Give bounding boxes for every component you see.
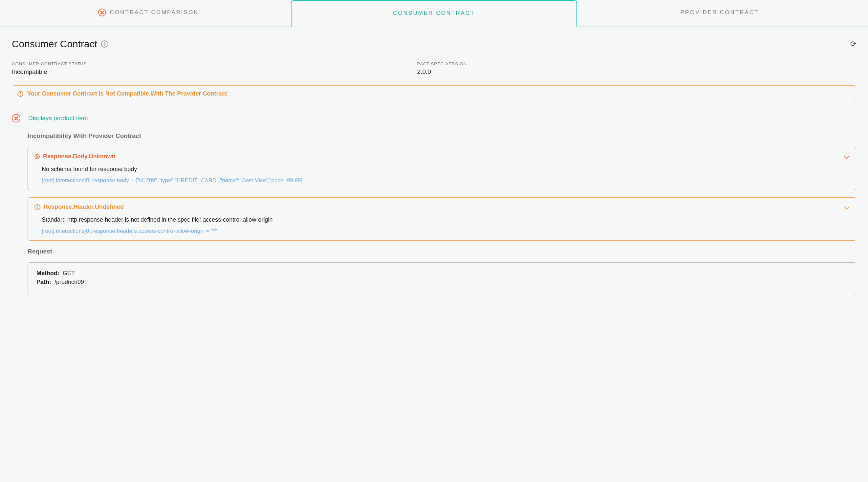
error-icon [98, 8, 106, 17]
issue-title: Response.Body.Unknown [43, 153, 116, 160]
incompatibility-banner: ! Your Consumer Contract Is Not Compatib… [12, 85, 856, 102]
interaction-header: Displays product item [12, 114, 856, 122]
method-value: GET [63, 270, 75, 276]
incompatibility-heading: Incompatibility With Provider Contract [28, 132, 856, 140]
issue-description: No schema found for response body [42, 166, 849, 173]
issue-card: Response.Body.Unknown No schema found fo… [28, 147, 856, 190]
version-label: PACT SPEC VERSION [417, 61, 823, 66]
tab-provider-contract[interactable]: PROVIDER CONTRACT [577, 0, 862, 26]
page-title: Consumer Contract [12, 38, 97, 50]
tab-consumer-contract[interactable]: CONSUMER CONTRACT [291, 0, 577, 27]
request-heading: Request [28, 248, 856, 255]
tab-label: CONSUMER CONTRACT [393, 10, 475, 17]
request-box: Method: GET Path: /product/09 [28, 262, 856, 295]
issue-description: Standard http response header is not def… [42, 216, 849, 223]
path-value: /product/09 [55, 279, 84, 285]
issue-path: [root].interactions[0].response.body = {… [42, 177, 849, 184]
warning-icon: ! [18, 91, 23, 97]
tab-label: PROVIDER CONTRACT [681, 9, 759, 16]
help-icon[interactable]: ? [101, 40, 108, 48]
method-label: Method: [36, 270, 59, 276]
refresh-icon[interactable]: ⟳ [850, 40, 856, 48]
status-label: CONSUMER CONTRACT STATUS [12, 61, 417, 66]
chevron-down-icon[interactable] [845, 205, 849, 209]
interaction-title[interactable]: Displays product item [28, 115, 88, 122]
version-value: 2.0.0 [417, 68, 823, 76]
chevron-down-icon[interactable] [845, 154, 849, 159]
error-icon [12, 114, 20, 122]
issue-card: ! Response.Header.Undefined Standard htt… [28, 197, 856, 241]
error-icon [34, 154, 40, 159]
banner-text: Your Consumer Contract Is Not Compatible… [27, 90, 227, 97]
warning-icon: ! [34, 204, 40, 210]
tab-label: CONTRACT COMPARISON [110, 9, 199, 16]
content-area: Consumer Contract ? ⟳ CONSUMER CONTRACT … [0, 27, 868, 307]
meta-row: CONSUMER CONTRACT STATUS Incompatible PA… [12, 61, 856, 76]
path-label: Path: [36, 279, 51, 285]
issue-path: [root].interactions[0].response.headers.… [42, 228, 849, 235]
tab-contract-comparison[interactable]: CONTRACT COMPARISON [6, 0, 291, 26]
status-value: Incompatible [12, 68, 417, 76]
title-row: Consumer Contract ? ⟳ [12, 38, 856, 50]
tab-bar: CONTRACT COMPARISON CONSUMER CONTRACT PR… [0, 0, 868, 27]
issue-title: Response.Header.Undefined [44, 204, 124, 210]
